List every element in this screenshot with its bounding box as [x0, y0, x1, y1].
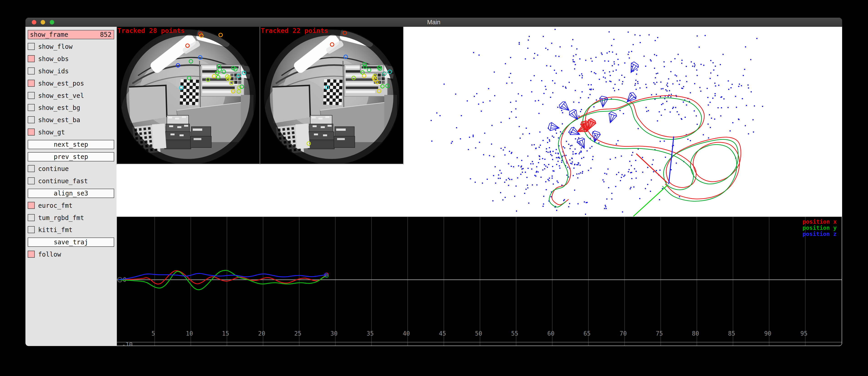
series-position-x [119, 271, 327, 284]
checkbox-show_obs[interactable] [28, 55, 35, 62]
checkbox-label: show_obs [38, 55, 69, 63]
checkbox-show_est_bg[interactable] [28, 104, 35, 111]
slider-value: 852 [100, 30, 112, 39]
x-tick-label: 60 [547, 330, 554, 337]
map-3d-view[interactable] [406, 27, 842, 216]
x-tick-label: 5 [151, 330, 155, 337]
traffic-light-close-button[interactable] [32, 20, 36, 25]
x-tick-label: 70 [620, 330, 627, 337]
x-tick-label: 25 [294, 330, 302, 337]
x-tick-label: 90 [764, 330, 771, 337]
show_frame-slider[interactable]: show_frame852 [28, 30, 114, 39]
checkbox-label: euroc_fmt [38, 202, 73, 209]
x-tick-label: 80 [692, 330, 699, 337]
camera-panel-border [403, 27, 404, 164]
checkbox-show_ids[interactable] [28, 67, 35, 74]
checkbox-label: show_flow [38, 43, 73, 51]
checkbox-show_flow[interactable] [28, 43, 35, 50]
x-tick-label: 95 [800, 330, 807, 337]
align_se3-button[interactable]: align_se3 [28, 189, 114, 198]
next_step-button[interactable]: next_step [28, 140, 114, 149]
camera-view-right[interactable]: Tracked 22 points [260, 27, 403, 164]
x-tick-label: 75 [656, 330, 663, 337]
x-tick-label: 55 [511, 330, 518, 337]
tracked-points-label: Tracked 28 points [117, 27, 185, 34]
camera-panel-border [117, 27, 117, 164]
position-plot[interactable]: 51015202530354045505560657075808590950-1… [117, 216, 842, 346]
checkerboard [323, 79, 343, 105]
plot-legend: position xposition yposition z [802, 219, 837, 237]
checkbox-show_gt[interactable] [28, 128, 35, 135]
checkbox-follow[interactable] [28, 251, 35, 258]
checkbox-label: tum_rgbd_fmt [38, 214, 84, 222]
gl-viewport[interactable]: Tracked 28 points Tracked 22 points 5101… [117, 27, 842, 346]
save_traj-button[interactable]: save_traj [28, 238, 114, 247]
checkbox-label: show_est_bg [38, 104, 80, 112]
checkbox-label: show_ids [38, 67, 69, 75]
x-tick-label: 65 [584, 330, 591, 337]
x-tick-label: 15 [222, 330, 229, 337]
checkbox-show_est_vel[interactable] [28, 92, 35, 99]
checkbox-kitti_fmt[interactable] [28, 226, 35, 233]
x-tick-label: 40 [403, 330, 410, 337]
desktop: Main show_frame852show_flowshow_obsshow_… [0, 0, 868, 376]
x-tick-label: 10 [186, 330, 193, 337]
x-tick-label: 35 [367, 330, 374, 337]
camera-view-left[interactable]: Tracked 28 points [117, 27, 260, 164]
checkbox-label: show_est_vel [38, 92, 84, 99]
checkbox-show_est_pos[interactable] [28, 80, 35, 87]
checkbox-label: kitti_fmt [38, 226, 73, 233]
checkbox-euroc_fmt[interactable] [28, 202, 35, 209]
checkbox-label: show_est_pos [38, 80, 84, 87]
checkbox-show_est_ba[interactable] [28, 116, 35, 123]
checkbox-label: show_est_ba [38, 116, 80, 124]
checkbox-label: continue [38, 165, 69, 173]
checkbox-label: continue_fast [38, 177, 88, 185]
checkerboard [180, 79, 199, 105]
prev_step-button[interactable]: prev_step [28, 152, 114, 161]
x-tick-label: 45 [439, 330, 446, 337]
titlebar[interactable]: Main [25, 18, 842, 27]
legend-item: position z [802, 231, 837, 237]
checkbox-label: show_gt [38, 128, 65, 136]
checkbox-label: follow [38, 251, 61, 258]
x-tick-label: 20 [258, 330, 265, 337]
x-tick-label: 50 [475, 330, 482, 337]
checkbox-tum_rgbd_fmt[interactable] [28, 214, 35, 221]
camera-panel-border [260, 27, 260, 164]
app-window: Main show_frame852show_flowshow_obsshow_… [25, 18, 842, 346]
control-sidebar: show_frame852show_flowshow_obsshow_idssh… [25, 27, 117, 346]
traffic-light-zoom-button[interactable] [50, 20, 54, 25]
window-title: Main [25, 18, 842, 27]
x-tick-label: 85 [728, 330, 735, 337]
camera-panel-border [117, 164, 404, 164]
traffic-light-minimize-button[interactable] [41, 20, 45, 25]
legend-item: position x [802, 219, 837, 225]
tracked-points-label: Tracked 22 points [261, 27, 328, 34]
plot-canvas: 51015202530354045505560657075808590950-1… [117, 217, 842, 346]
legend-item: position y [802, 225, 837, 231]
y-tick-label: -10 [122, 341, 133, 346]
slider-label: show_frame [30, 30, 68, 39]
checkbox-continue[interactable] [28, 165, 35, 172]
checkbox-continue_fast[interactable] [28, 177, 35, 184]
x-tick-label: 30 [331, 330, 338, 337]
